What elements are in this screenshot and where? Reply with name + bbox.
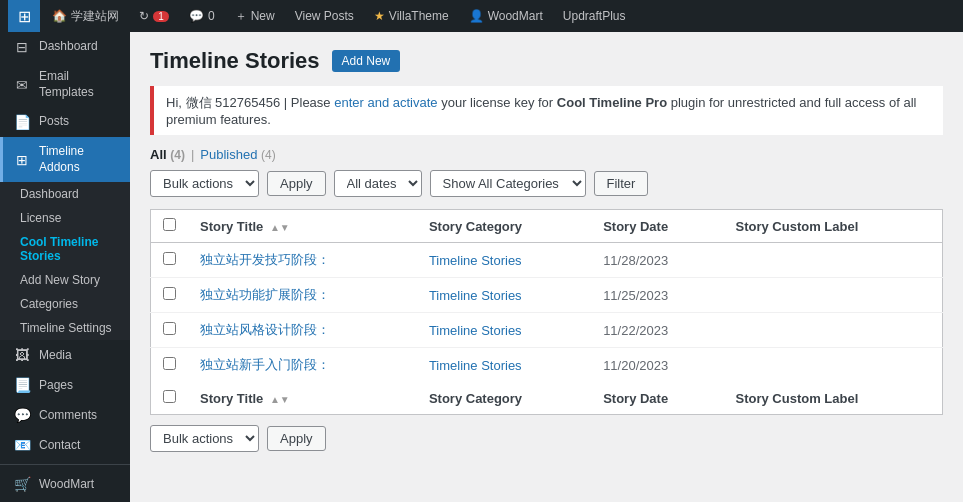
sidebar-sub-categories[interactable]: Categories <box>0 292 130 316</box>
table-row: 独立站风格设计阶段： Timeline Stories 11/22/2023 <box>151 313 943 348</box>
table-footer-row: Story Title ▲▼ Story Category Story Date… <box>151 382 943 415</box>
notice-prefix: Hi, 微信 512765456 <box>166 95 280 110</box>
admin-bar: ⊞ 🏠 学建站网 ↻ 1 💬 0 ＋ New View Posts ★ Vill… <box>0 0 963 32</box>
notice-plugin-name: Cool Timeline Pro <box>557 95 667 110</box>
filter-button[interactable]: Filter <box>594 171 649 196</box>
sidebar-pages-label: Pages <box>39 378 73 394</box>
admin-bar-comments[interactable]: 💬 0 <box>181 0 223 32</box>
category-link-3[interactable]: Timeline Stories <box>429 358 522 373</box>
sidebar-item-timeline-addons[interactable]: ⊞ Timeline Addons <box>0 137 130 182</box>
comment-icon: 💬 <box>189 9 204 23</box>
bottom-filter-bar: Bulk actions Apply <box>150 425 943 452</box>
tab-published[interactable]: Published (4) <box>200 147 275 162</box>
row-custom-3 <box>724 348 943 383</box>
category-link-0[interactable]: Timeline Stories <box>429 253 522 268</box>
all-dates-select[interactable]: All dates <box>334 170 422 197</box>
sidebar-sub-timeline-settings[interactable]: Timeline Settings <box>0 316 130 340</box>
header-custom-label: Story Custom Label <box>724 210 943 243</box>
sidebar-divider <box>0 464 130 465</box>
tab-all[interactable]: All (4) <box>150 147 185 162</box>
tab-bar: All (4) | Published (4) <box>150 147 943 162</box>
villatheme-label: VillaTheme <box>389 9 449 23</box>
plus-icon: ＋ <box>235 8 247 25</box>
row-category-3: Timeline Stories <box>417 348 591 383</box>
header-story-category: Story Category <box>417 210 591 243</box>
add-new-button[interactable]: Add New <box>332 50 401 72</box>
select-all-checkbox-footer[interactable] <box>163 390 176 403</box>
filter-bar: Bulk actions Apply All dates Show All Ca… <box>150 170 943 197</box>
row-checkbox-3 <box>151 348 189 383</box>
story-title-label: Story Title <box>200 219 263 234</box>
row-checkbox-0 <box>151 243 189 278</box>
table-row: 独立站开发技巧阶段： Timeline Stories 11/28/2023 <box>151 243 943 278</box>
sidebar-item-comments[interactable]: 💬 Comments <box>0 400 130 430</box>
sidebar-item-contact[interactable]: 📧 Contact <box>0 430 130 460</box>
sidebar-comments-label: Comments <box>39 408 97 424</box>
row-select-0[interactable] <box>163 252 176 265</box>
admin-bar-site[interactable]: 🏠 学建站网 <box>44 0 127 32</box>
notice-separator: | <box>284 95 287 110</box>
bulk-actions-select[interactable]: Bulk actions <box>150 170 259 197</box>
admin-bar-villatheme[interactable]: ★ VillaTheme <box>366 0 457 32</box>
sidebar-sub-cool-timeline-stories[interactable]: Cool Timeline Stories <box>0 230 130 268</box>
row-select-3[interactable] <box>163 357 176 370</box>
row-select-2[interactable] <box>163 322 176 335</box>
row-date-2: 11/22/2023 <box>591 313 723 348</box>
apply-button-top[interactable]: Apply <box>267 171 326 196</box>
sort-icon-title[interactable]: ▲▼ <box>270 222 290 233</box>
admin-bar-new[interactable]: ＋ New <box>227 0 283 32</box>
stories-table: Story Title ▲▼ Story Category Story Date… <box>150 209 943 415</box>
admin-bar-updates[interactable]: ↻ 1 <box>131 0 177 32</box>
sidebar-woodmart-label: WoodMart <box>39 477 94 493</box>
sidebar-sub-dashboard[interactable]: Dashboard <box>0 182 130 206</box>
site-name: 学建站网 <box>71 8 119 25</box>
story-link-1[interactable]: 独立站功能扩展阶段： <box>200 287 330 302</box>
view-posts-label: View Posts <box>295 9 354 23</box>
sidebar-item-posts[interactable]: 📄 Posts <box>0 107 130 137</box>
row-date-0: 11/28/2023 <box>591 243 723 278</box>
person-icon: 👤 <box>469 9 484 23</box>
footer-story-date: Story Date <box>591 382 723 415</box>
row-title-1: 独立站功能扩展阶段： <box>188 278 417 313</box>
category-link-1[interactable]: Timeline Stories <box>429 288 522 303</box>
story-link-3[interactable]: 独立站新手入门阶段： <box>200 357 330 372</box>
sidebar-item-media[interactable]: 🖼 Media <box>0 340 130 370</box>
media-icon: 🖼 <box>13 347 31 363</box>
story-custom-label-header: Story Custom Label <box>736 219 859 234</box>
sidebar-sub-license[interactable]: License <box>0 206 130 230</box>
admin-bar-view-posts[interactable]: View Posts <box>287 0 362 32</box>
sidebar-item-email-templates[interactable]: ✉ Email Templates <box>0 62 130 107</box>
notice-middle: Please <box>291 95 331 110</box>
select-all-checkbox[interactable] <box>163 218 176 231</box>
header-checkbox-col <box>151 210 189 243</box>
apply-button-bottom[interactable]: Apply <box>267 426 326 451</box>
bulk-actions-select-bottom[interactable]: Bulk actions <box>150 425 259 452</box>
table-row: 独立站功能扩展阶段： Timeline Stories 11/25/2023 <box>151 278 943 313</box>
row-select-1[interactable] <box>163 287 176 300</box>
show-all-categories-select[interactable]: Show All Categories <box>430 170 586 197</box>
main-content: Timeline Stories Add New Hi, 微信 51276545… <box>130 32 963 502</box>
notice-link[interactable]: enter and activate <box>334 95 437 110</box>
row-category-1: Timeline Stories <box>417 278 591 313</box>
admin-bar-updraft[interactable]: UpdraftPlus <box>555 0 634 32</box>
row-date-3: 11/20/2023 <box>591 348 723 383</box>
row-category-2: Timeline Stories <box>417 313 591 348</box>
notice-suffix: your license key for <box>441 95 553 110</box>
story-link-0[interactable]: 独立站开发技巧阶段： <box>200 252 330 267</box>
admin-bar-woodmart[interactable]: 👤 WoodMart <box>461 0 551 32</box>
wp-logo[interactable]: ⊞ <box>8 0 40 32</box>
sort-icon-title-footer[interactable]: ▲▼ <box>270 394 290 405</box>
woodmart-icon: 🛒 <box>13 476 31 492</box>
footer-story-title: Story Title ▲▼ <box>188 382 417 415</box>
sidebar-sub-add-new-story[interactable]: Add New Story <box>0 268 130 292</box>
story-link-2[interactable]: 独立站风格设计阶段： <box>200 322 330 337</box>
sidebar-item-pages[interactable]: 📃 Pages <box>0 370 130 400</box>
row-custom-0 <box>724 243 943 278</box>
row-checkbox-2 <box>151 313 189 348</box>
sidebar-item-dashboard[interactable]: ⊟ Dashboard <box>0 32 130 62</box>
sidebar-item-woodmart[interactable]: 🛒 WoodMart <box>0 469 130 499</box>
row-title-3: 独立站新手入门阶段： <box>188 348 417 383</box>
timeline-icon: ⊞ <box>13 152 31 168</box>
category-link-2[interactable]: Timeline Stories <box>429 323 522 338</box>
table-header-row: Story Title ▲▼ Story Category Story Date… <box>151 210 943 243</box>
